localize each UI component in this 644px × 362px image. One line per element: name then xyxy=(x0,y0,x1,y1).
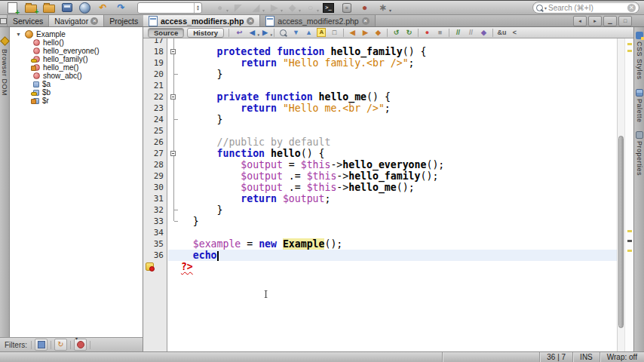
find-next-occurrence-button[interactable]: ▼ xyxy=(290,28,302,38)
tree-item-hello-me[interactable]: hello_me() xyxy=(33,63,78,72)
code-line[interactable]: //public by default xyxy=(169,137,330,148)
tab-navigator[interactable]: Navigator× xyxy=(49,15,104,26)
tab-scroll-right-button[interactable]: ▸ xyxy=(588,16,602,26)
error-stripe-mark[interactable] xyxy=(627,50,632,52)
code-line[interactable]: ?> xyxy=(169,261,193,272)
filters-splitter-handle[interactable]: ▾ xyxy=(75,337,78,340)
close-icon[interactable]: × xyxy=(90,17,98,25)
select-rectangular-button[interactable]: □ xyxy=(329,28,340,38)
tab-scroll-left-button[interactable]: ◂ xyxy=(573,16,587,26)
back-button[interactable]: ◀▾ xyxy=(247,28,258,38)
clean-build-button[interactable]: ◢▾ xyxy=(248,2,264,14)
code-line[interactable]: } xyxy=(169,204,222,216)
code-line[interactable]: function hello() { xyxy=(169,148,324,159)
line-number[interactable]: 22 xyxy=(143,91,164,103)
tree-item-hello-everyone[interactable]: hello_everyone() xyxy=(33,47,100,55)
configuration-combobox[interactable]: ▲▼ xyxy=(137,2,202,14)
comment-button[interactable]: // xyxy=(452,28,464,38)
find-previous-occurrence-button[interactable]: ▲ xyxy=(303,28,314,38)
code-line[interactable]: return $output; xyxy=(169,193,330,204)
line-number[interactable]: 21 xyxy=(143,80,164,91)
code-line[interactable]: return "Hello me.<br />"; xyxy=(169,103,391,114)
new-file-button[interactable] xyxy=(5,2,20,14)
forward-dropdown-icon[interactable]: ▾ xyxy=(270,32,272,37)
find-selection-button[interactable] xyxy=(278,28,289,38)
previous-bookmark-button[interactable]: ◀ xyxy=(347,28,358,38)
line-number[interactable]: 17 xyxy=(143,38,164,46)
start-macro-recording-button[interactable]: ● xyxy=(422,28,433,38)
combobox-stepper-icon[interactable]: ▲▼ xyxy=(194,3,201,13)
code-line[interactable]: } xyxy=(169,69,222,80)
insert-mode-indicator[interactable]: INS xyxy=(573,352,600,362)
expander-icon[interactable]: ▼ xyxy=(16,32,22,37)
code-line[interactable]: } xyxy=(169,216,199,227)
next-occurrence-button[interactable]: ↻ xyxy=(403,28,415,38)
deploy-dropdown-icon[interactable]: ▾ xyxy=(226,8,228,13)
settings-button[interactable]: ∗▾ xyxy=(375,2,391,14)
build-button[interactable]: ◤ xyxy=(230,2,246,14)
error-stripe-mark[interactable] xyxy=(627,250,632,252)
clean-build-dropdown-icon[interactable]: ▾ xyxy=(262,8,265,13)
line-number[interactable]: 27 xyxy=(143,148,164,159)
line-number[interactable]: 32 xyxy=(143,204,164,216)
profiler-button[interactable]: ● xyxy=(357,2,373,14)
line-number[interactable]: 19 xyxy=(143,57,164,69)
line-number[interactable]: 33 xyxy=(143,216,164,227)
profile-button[interactable]: ○▾ xyxy=(302,2,318,14)
close-icon[interactable]: × xyxy=(362,17,370,25)
debug-dropdown-icon[interactable]: ▾ xyxy=(299,8,301,13)
dock-button[interactable] xyxy=(0,15,8,26)
line-number[interactable]: 34 xyxy=(143,227,164,238)
insert-code-button[interactable]: ◆ xyxy=(478,28,489,38)
tree-item-example[interactable]: ▼Example xyxy=(16,30,66,38)
code-editor[interactable]: 1718192021222324252627282930313233343536… xyxy=(143,38,624,351)
vertical-scrollbar[interactable] xyxy=(617,38,624,351)
code-line[interactable]: } xyxy=(169,114,222,125)
dock-tab-css-styles[interactable]: CSS Styles xyxy=(636,32,643,80)
code-line[interactable]: private function hello_me() { xyxy=(169,91,391,103)
line-number[interactable]: 23 xyxy=(143,103,164,114)
tab-services[interactable]: Services xyxy=(8,15,49,26)
error-badge-icon[interactable] xyxy=(146,262,154,271)
toggle-highlight-search-button[interactable]: A xyxy=(316,28,327,38)
line-number[interactable]: 36 xyxy=(143,250,164,261)
tree-item-r[interactable]: $r xyxy=(33,97,49,105)
insert-entity-button[interactable]: &u xyxy=(496,28,508,38)
database-button[interactable]: ≡ xyxy=(339,2,354,14)
tree-item-b[interactable]: $b xyxy=(33,88,51,97)
line-number[interactable]: 29 xyxy=(143,170,164,182)
line-number[interactable]: 20 xyxy=(143,69,164,80)
terminal-button[interactable]: >_ xyxy=(320,2,336,14)
tab-access-modifiers-php[interactable]: access_modifiers.php× xyxy=(143,15,260,26)
last-edit-location-button[interactable]: ↩ xyxy=(234,28,245,38)
tree-item-a[interactable]: $a xyxy=(33,80,51,88)
uncomment-button[interactable]: // xyxy=(465,28,477,38)
code-line[interactable]: $output = $this->hello_everyone(); xyxy=(169,159,444,170)
source-view-button[interactable]: Source xyxy=(148,28,184,38)
line-number[interactable]: 25 xyxy=(143,125,164,137)
insert-tag-button[interactable]: < xyxy=(509,28,520,38)
error-stripe[interactable] xyxy=(624,38,633,351)
code-line[interactable]: protected function hello_family() { xyxy=(169,46,426,57)
dock-tab-browser-dom[interactable]: Browser DOM xyxy=(1,49,8,96)
show-fields-filter-button[interactable] xyxy=(35,339,48,351)
line-number[interactable]: 18 xyxy=(143,46,164,57)
search-clear-icon[interactable]: × xyxy=(627,4,636,12)
tree-item-show-abc[interactable]: show_abc() xyxy=(33,72,82,80)
maximize-window-button[interactable]: □ xyxy=(618,16,632,26)
line-number[interactable]: 26 xyxy=(143,137,164,148)
open-project-button[interactable] xyxy=(41,2,57,14)
redo-button[interactable]: ↷ xyxy=(113,2,129,14)
deploy-button[interactable]: ●▾ xyxy=(212,2,228,14)
code-line[interactable]: $example = new Example(); xyxy=(169,238,342,250)
dock-tab-palette[interactable]: Palette xyxy=(636,89,643,123)
tree-item-hello[interactable]: hello() xyxy=(33,38,64,47)
minimize-window-button[interactable]: ▁ xyxy=(603,16,617,26)
stop-macro-recording-button[interactable]: ■ xyxy=(434,28,446,38)
run-dropdown-icon[interactable]: ▾ xyxy=(281,8,283,13)
line-number[interactable]: 30 xyxy=(143,182,164,193)
debug-button[interactable]: ◆▾ xyxy=(284,2,300,14)
line-number[interactable]: 24 xyxy=(143,114,164,125)
tab-access-modifiers2-php[interactable]: access_modifiers2.php× xyxy=(260,15,375,26)
code-line[interactable]: $output .= $this->hello_family(); xyxy=(169,170,438,182)
